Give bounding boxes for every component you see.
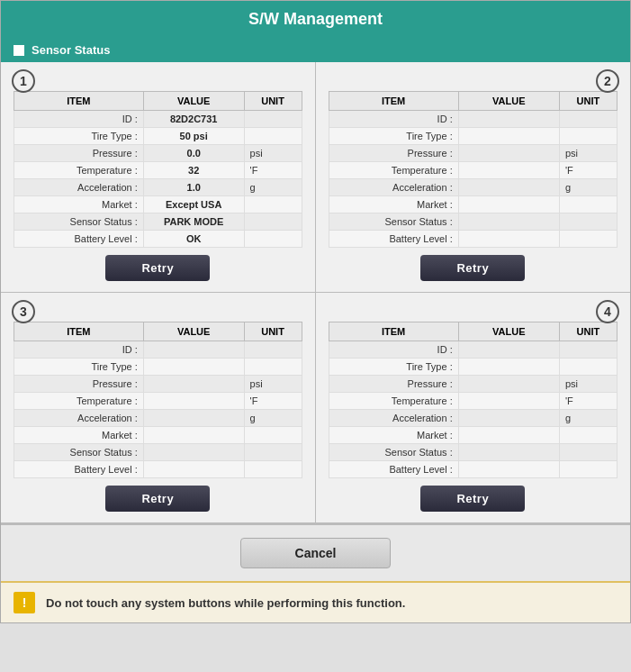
section-header: Sensor Status: [1, 38, 630, 62]
warning-bar: ! Do not touch any system buttons while …: [1, 581, 630, 622]
warning-icon: !: [14, 592, 35, 613]
col-unit-4: UNIT: [559, 322, 617, 341]
sensor-table-1: ITEM VALUE UNIT ID :82D2C731 Tire Type :…: [14, 91, 302, 248]
retry-button-3[interactable]: Retry: [105, 486, 210, 512]
retry-btn-wrap-1: Retry: [14, 255, 302, 281]
col-value-3: VALUE: [143, 322, 244, 341]
cancel-button[interactable]: Cancel: [240, 538, 392, 568]
sensor-cell-3: 3 ITEM VALUE UNIT ID : Tire Type : Press…: [1, 293, 316, 523]
sensor-number-3: 3: [12, 300, 35, 323]
col-item-1: ITEM: [14, 92, 144, 111]
bottom-bar: Cancel: [1, 524, 630, 581]
sensor-cell-2: 2 ITEM VALUE UNIT ID : Tire Type : Press…: [316, 62, 631, 293]
warning-text: Do not touch any system buttons while pe…: [46, 596, 405, 610]
sensor-number-2: 2: [596, 69, 619, 93]
sensor-table-2: ITEM VALUE UNIT ID : Tire Type : Pressur…: [329, 91, 618, 248]
section-header-icon: [14, 45, 24, 56]
sensor-cell-4: 4 ITEM VALUE UNIT ID : Tire Type : Press…: [316, 293, 631, 523]
col-unit-3: UNIT: [244, 322, 302, 341]
retry-btn-wrap-4: Retry: [329, 486, 618, 512]
col-item-4: ITEM: [329, 322, 458, 341]
col-item-2: ITEM: [329, 92, 458, 111]
app-title: S/W Management: [1, 1, 630, 38]
retry-button-1[interactable]: Retry: [105, 255, 210, 281]
retry-button-2[interactable]: Retry: [420, 255, 525, 281]
sensor-table-4: ITEM VALUE UNIT ID : Tire Type : Pressur…: [329, 322, 618, 478]
retry-btn-wrap-2: Retry: [329, 255, 618, 281]
col-value-1: VALUE: [143, 92, 244, 111]
retry-btn-wrap-3: Retry: [14, 486, 302, 512]
col-value-4: VALUE: [458, 322, 559, 341]
col-unit-1: UNIT: [244, 92, 302, 111]
sensor-number-4: 4: [596, 300, 619, 323]
sensors-grid: 1 ITEM VALUE UNIT ID :82D2C731 Tire Type…: [1, 62, 630, 524]
col-item-3: ITEM: [14, 322, 144, 341]
section-header-label: Sensor Status: [32, 43, 110, 57]
col-value-2: VALUE: [458, 92, 559, 111]
sensor-cell-1: 1 ITEM VALUE UNIT ID :82D2C731 Tire Type…: [1, 62, 316, 293]
sensor-table-3: ITEM VALUE UNIT ID : Tire Type : Pressur…: [14, 322, 302, 478]
sensor-number-1: 1: [12, 69, 35, 93]
app-container: S/W Management Sensor Status 1 ITEM VALU…: [0, 0, 631, 623]
retry-button-4[interactable]: Retry: [420, 486, 525, 512]
col-unit-2: UNIT: [559, 92, 617, 111]
